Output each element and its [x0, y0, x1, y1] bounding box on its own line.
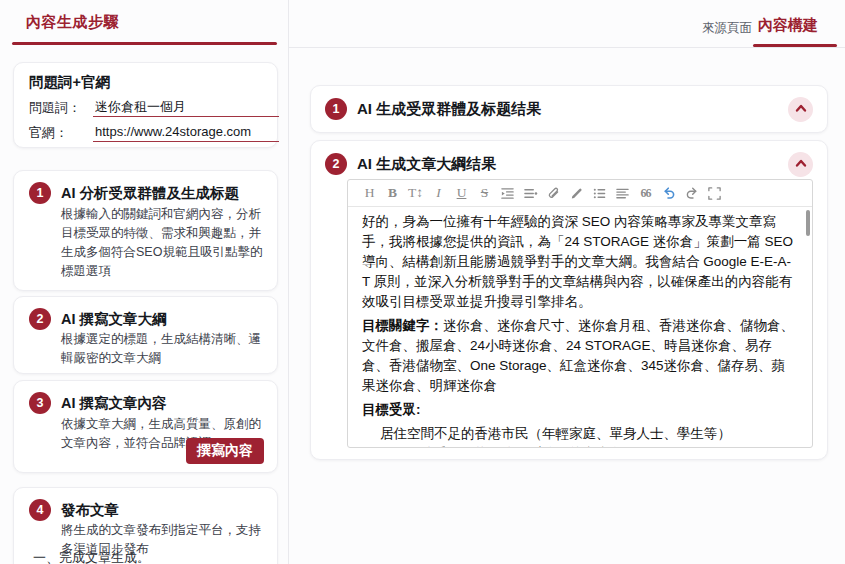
- step-4-title: 發布文章: [61, 501, 119, 520]
- section-1-collapse-button[interactable]: [788, 97, 813, 122]
- step-2-badge: 2: [29, 308, 51, 330]
- section-2-badge: 2: [325, 153, 347, 175]
- step-2-title: AI 撰寫文章大綱: [61, 310, 167, 329]
- write-content-button[interactable]: 撰寫內容: [186, 438, 264, 464]
- step-4-badge: 4: [29, 499, 51, 521]
- quote-icon[interactable]: 66: [634, 182, 657, 204]
- section-outline-result: 2 AI 生成文章大綱结果 HBT↕IUS66 好的，身為一位擁有十年經驗的資深…: [310, 140, 828, 460]
- step-card-publish: 4 發布文章 將生成的文章發布到指定平台，支持多渠道同步發布 一、完成文章生成。: [13, 487, 278, 564]
- editor-content-area[interactable]: 好的，身為一位擁有十年經驗的資深 SEO 內容策略專家及專業文章寫手，我將根據您…: [348, 207, 812, 448]
- chevron-up-icon: [793, 156, 809, 173]
- section-2-title: AI 生成文章大綱结果: [357, 155, 496, 174]
- website-label: 官網：: [29, 124, 93, 142]
- step-4-extra-text: 一、完成文章生成。: [33, 549, 150, 564]
- step-card-outline: 2 AI 撰寫文章大綱 根據選定的標題，生成結構清晰、邏輯嚴密的文章大綱: [13, 296, 278, 374]
- step-card-analyze: 1 AI 分析受眾群體及生成标题 根據輸入的關鍵詞和官網內容，分析目標受眾的特徵…: [13, 170, 278, 291]
- rich-text-editor: HBT↕IUS66 好的，身為一位擁有十年經驗的資深 SEO 內容策略專家及專業…: [347, 179, 813, 448]
- keywords-label: 目標關鍵字：: [362, 318, 443, 333]
- indent-icon[interactable]: [496, 182, 519, 204]
- list-icon[interactable]: [588, 182, 611, 204]
- undo-icon[interactable]: [657, 182, 680, 204]
- step-card-write: 3 AI 撰寫文章內容 依據文章大綱，生成高質量、原創的文章內容，並符合品牌語調…: [13, 380, 278, 473]
- fullscreen-icon[interactable]: [703, 182, 726, 204]
- strikethrough-icon[interactable]: S: [473, 182, 496, 204]
- heading-icon[interactable]: H: [358, 182, 381, 204]
- attachment-icon[interactable]: [542, 182, 565, 204]
- title-underline: [12, 42, 277, 45]
- page-title: 內容生成步驟: [26, 13, 119, 32]
- section-2-collapse-button[interactable]: [788, 152, 813, 177]
- audience-item: 需要存放季節性物品或大型傢俱的家庭主婦: [362, 444, 796, 448]
- app-root: 內容生成步驟 問題詞+官網 問題詞： 官網： 1 AI 分析受眾群體及生成标题 …: [0, 0, 845, 564]
- audience-label: 目標受眾:: [362, 400, 796, 420]
- align-icon[interactable]: [611, 182, 634, 204]
- audience-item: 居住空間不足的香港市民（年輕家庭、單身人士、學生等）: [362, 424, 796, 444]
- keywords-paragraph: 目標關鍵字：迷你倉、迷你倉尺寸、迷你倉月租、香港迷你倉、儲物倉、文件倉、搬屋倉、…: [362, 316, 796, 396]
- tabbar-divider: [289, 47, 845, 48]
- chevron-up-icon: [793, 101, 809, 118]
- step-3-badge: 3: [29, 392, 51, 414]
- font-size-icon[interactable]: T↕: [404, 182, 427, 204]
- format-brush-icon[interactable]: [565, 182, 588, 204]
- step-2-desc: 根據選定的標題，生成結構清晰、邏輯嚴密的文章大綱: [61, 330, 264, 368]
- website-field-row: 官網：: [29, 124, 279, 142]
- editor-toolbar: HBT↕IUS66: [348, 180, 812, 207]
- redo-icon[interactable]: [680, 182, 703, 204]
- bold-icon[interactable]: B: [381, 182, 404, 204]
- tab-source-page[interactable]: 來源頁面: [702, 20, 752, 37]
- step-1-desc: 根據輸入的關鍵詞和官網內容，分析目標受眾的特徵、需求和興趣點，并生成多個符合SE…: [61, 205, 264, 281]
- input-card: 問題詞+官網 問題詞： 官網：: [13, 62, 278, 148]
- step-3-title: AI 撰寫文章內容: [61, 394, 167, 413]
- website-input[interactable]: [93, 124, 279, 142]
- section-1-badge: 1: [325, 98, 347, 120]
- keyword-label: 問題詞：: [29, 99, 93, 117]
- italic-icon[interactable]: I: [427, 182, 450, 204]
- step-1-title: AI 分析受眾群體及生成标题: [61, 184, 239, 203]
- outline-intro-paragraph: 好的，身為一位擁有十年經驗的資深 SEO 內容策略專家及專業文章寫手，我將根據您…: [362, 212, 796, 312]
- step-1-badge: 1: [29, 182, 51, 204]
- keyword-field-row: 問題詞：: [29, 99, 279, 117]
- active-tab-underline: [753, 44, 837, 47]
- line-height-icon[interactable]: [519, 182, 542, 204]
- editor-scrollbar[interactable]: [806, 210, 810, 236]
- tab-content-build[interactable]: 內容構建: [758, 16, 818, 35]
- input-card-title: 問題詞+官網: [29, 73, 110, 92]
- section-1-title: AI 生成受眾群體及标题结果: [357, 100, 541, 119]
- underline-icon[interactable]: U: [450, 182, 473, 204]
- vertical-divider: [288, 0, 289, 564]
- keyword-input[interactable]: [93, 99, 279, 117]
- section-audience-result: 1 AI 生成受眾群體及标题结果: [310, 85, 828, 133]
